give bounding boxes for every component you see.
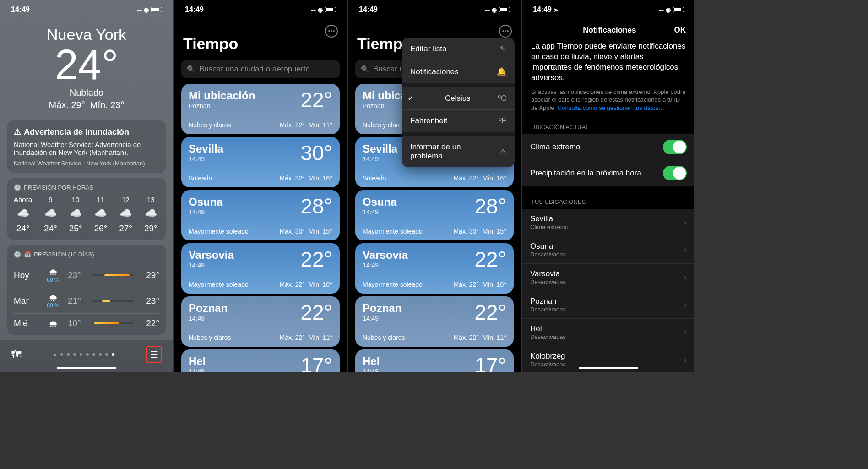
- chevron-right-icon: ›: [684, 218, 687, 227]
- city-card[interactable]: Varsovia14:4922° Mayormente soleadoMáx. …: [181, 243, 340, 294]
- chevron-right-icon: ›: [684, 245, 687, 255]
- menu-edit-list[interactable]: Editar lista✎: [402, 38, 515, 60]
- screen-city-list-menu: 14:49 ••• Tiempo Buscar una Mi ubicación…: [348, 0, 521, 372]
- location-row[interactable]: SevillaClima extremo›: [522, 209, 694, 236]
- chevron-right-icon: ›: [684, 327, 687, 337]
- hour-item: 13☁️29°: [144, 196, 157, 234]
- page-dots[interactable]: [53, 350, 114, 359]
- report-icon: ⚠: [499, 147, 506, 157]
- group-your-locations: TUS UBICACIONES: [522, 186, 694, 209]
- city-card[interactable]: Hel14:4917°: [181, 349, 340, 372]
- hour-item: 12☁️27°: [119, 196, 132, 234]
- menu-report-problem[interactable]: Informar de un problema⚠: [402, 136, 515, 167]
- daily-row: Hoy 🌧60 % 23° 29°: [14, 262, 159, 288]
- context-menu: Editar lista✎ Notificaciones🔔 CelsiusºC …: [402, 38, 515, 167]
- menu-celsius[interactable]: CelsiusºC: [402, 87, 515, 110]
- city-card[interactable]: Varsovia14:4922° Mayormente soleadoMáx. …: [355, 243, 514, 294]
- menu-fahrenheit[interactable]: FahrenheitºF: [402, 110, 515, 132]
- row-extreme-weather[interactable]: Clima extremo: [522, 134, 694, 160]
- chevron-right-icon: ›: [684, 273, 687, 282]
- hour-item: 9☁️24°: [44, 196, 57, 234]
- toggle-on[interactable]: [663, 140, 687, 154]
- hour-item: 10☁️25°: [69, 196, 82, 234]
- screen-city-detail: 14:49 Nueva York 24° Nublado Máx. 29° Mí…: [0, 0, 173, 372]
- status-time: 14:49: [359, 5, 378, 14]
- page-title: Tiempo: [174, 16, 347, 57]
- city-card[interactable]: Osuna14:4928° Mayormente soleadoMáx. 30°…: [355, 190, 514, 240]
- city-header: Nueva York 24° Nublado Máx. 29° Mín. 23°: [0, 16, 173, 116]
- status-time: 14:49 ➤: [533, 5, 558, 14]
- data-link[interactable]: Consulta cómo se gestionan tus datos…: [558, 104, 664, 111]
- more-options-button[interactable]: •••: [499, 25, 512, 38]
- current-condition: Nublado: [0, 87, 173, 98]
- hour-item: 11☁️26°: [94, 196, 108, 234]
- group-current-location: UBICACIÓN ACTUAL: [522, 112, 694, 134]
- status-time: 14:49: [185, 5, 204, 14]
- toggle-on[interactable]: [663, 166, 687, 180]
- location-row[interactable]: OsunaDesactivadas›: [522, 236, 694, 264]
- chevron-right-icon: ›: [684, 300, 687, 310]
- wifi-icon: [144, 5, 149, 14]
- hi-lo: Máx. 29° Mín. 23°: [0, 100, 173, 110]
- location-row[interactable]: PoznanDesactivadas›: [522, 291, 694, 319]
- nav-title: Notificaciones: [545, 26, 674, 35]
- weather-alert[interactable]: Advertencia de inundación National Weath…: [7, 120, 166, 173]
- daily-label: 📅 PREVISIÓN (10 DÍAS): [14, 251, 159, 258]
- search-input[interactable]: Buscar una ciudad o aeropuerto: [181, 60, 340, 78]
- city-card[interactable]: Osuna14:4928° Mayormente soleadoMáx. 30°…: [181, 190, 340, 240]
- hourly-forecast[interactable]: PREVISIÓN POR HORAS Ahora☁️24°9☁️24°10☁️…: [7, 178, 166, 240]
- bell-icon: 🔔: [497, 67, 506, 76]
- map-icon[interactable]: 🗺: [11, 349, 21, 360]
- notif-description: La app Tiempo puede enviarte notificacio…: [522, 41, 694, 83]
- city-card[interactable]: Mi ubicaciónPoznan22° Nubes y clarosMáx.…: [181, 84, 340, 134]
- ok-button[interactable]: OK: [674, 26, 686, 35]
- location-row[interactable]: VarsoviaDesactivadas›: [522, 264, 694, 291]
- hour-item: Ahora☁️24°: [14, 196, 32, 234]
- alert-source: National Weather Service · New York (Man…: [14, 160, 159, 167]
- home-indicator: [579, 367, 638, 369]
- status-bar: 14:49: [0, 0, 173, 16]
- status-bar: 14:49: [174, 0, 347, 16]
- city-list-button[interactable]: ☰: [146, 346, 162, 363]
- location-row[interactable]: HelDesactivadas›: [522, 319, 694, 346]
- signal-icon: [137, 5, 141, 14]
- city-card[interactable]: Hel14:4917°: [355, 349, 514, 372]
- alert-body: National Weather Service: Advertencia de…: [14, 141, 159, 156]
- alert-title: Advertencia de inundación: [14, 127, 159, 137]
- pencil-icon: ✎: [500, 44, 506, 54]
- menu-notifications[interactable]: Notificaciones🔔: [402, 60, 515, 83]
- city-card[interactable]: Sevilla14:4930° SoleadoMáx. 32° Mín. 16°: [181, 137, 340, 187]
- battery-icon: [151, 7, 162, 12]
- row-precipitation[interactable]: Precipitación en la próxima hora: [522, 160, 694, 186]
- nav-bar: Notificaciones OK: [522, 16, 694, 41]
- current-temp: 24°: [0, 44, 173, 86]
- screen-notifications: 14:49 ➤ Notificaciones OK La app Tiempo …: [522, 0, 694, 372]
- city-card[interactable]: Poznan14:4922° Nubes y clarosMáx. 22° Mí…: [181, 296, 340, 347]
- status-bar: 14:49 ➤: [522, 0, 694, 16]
- location-icon: ➤: [553, 7, 558, 13]
- daily-row: Mar 🌧80 % 21° 23°: [14, 288, 159, 313]
- notif-fineprint: Si activas las notificaciones de clima e…: [522, 83, 694, 112]
- status-time: 14:49: [11, 5, 30, 14]
- daily-row: Mié 🌧 10° 22°: [14, 313, 159, 333]
- hourly-label: PREVISIÓN POR HORAS: [14, 184, 159, 191]
- more-options-button[interactable]: •••: [325, 25, 338, 38]
- screen-city-list: 14:49 ••• Tiempo Buscar una ciudad o aer…: [174, 0, 347, 372]
- ten-day-forecast[interactable]: 📅 PREVISIÓN (10 DÍAS) Hoy 🌧60 % 23° 29°M…: [7, 245, 166, 335]
- status-bar: 14:49: [348, 0, 521, 16]
- chevron-right-icon: ›: [684, 355, 687, 365]
- home-indicator: [57, 367, 116, 369]
- city-card[interactable]: Poznan14:4922° Nubes y clarosMáx. 22° Mí…: [355, 296, 514, 347]
- status-icons: [137, 5, 162, 14]
